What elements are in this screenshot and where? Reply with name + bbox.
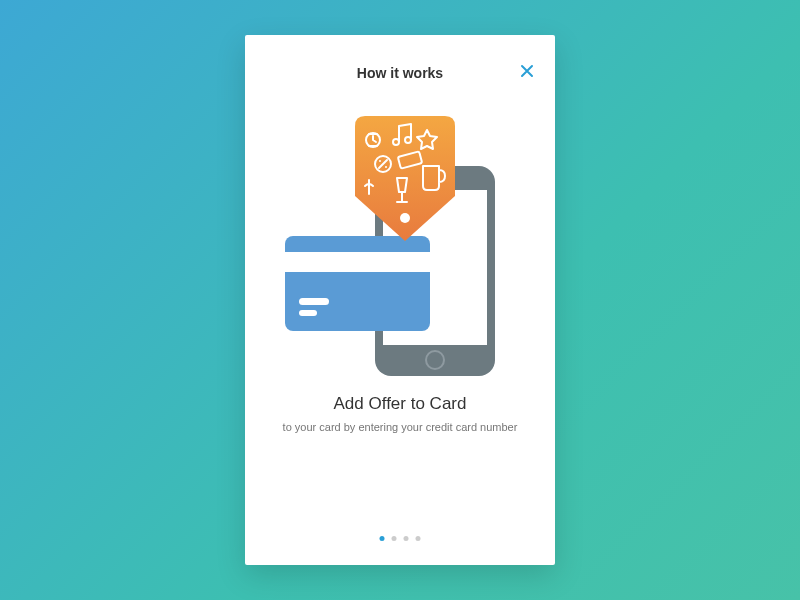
offer-tag-icon: [355, 116, 455, 246]
close-icon: [520, 64, 534, 78]
pagination-dots: [380, 536, 421, 541]
step-text: Add Offer to Card to your card by enteri…: [253, 394, 548, 435]
close-button[interactable]: [517, 61, 537, 81]
page-dot-2[interactable]: [392, 536, 397, 541]
svg-rect-5: [285, 252, 430, 272]
step-description: to your card by entering your credit car…: [283, 420, 518, 435]
modal-header: How it works: [245, 35, 555, 81]
svg-rect-7: [299, 310, 317, 316]
page-dot-4[interactable]: [416, 536, 421, 541]
onboarding-modal: How it works: [245, 35, 555, 565]
page-dot-1[interactable]: [380, 536, 385, 541]
svg-rect-6: [299, 298, 329, 305]
onboarding-illustration: [285, 116, 515, 376]
credit-card-icon: [285, 236, 430, 331]
svg-point-8: [400, 213, 410, 223]
page-dot-3[interactable]: [404, 536, 409, 541]
svg-rect-4: [285, 236, 430, 331]
step-title: Add Offer to Card: [283, 394, 518, 414]
modal-title: How it works: [245, 65, 555, 81]
